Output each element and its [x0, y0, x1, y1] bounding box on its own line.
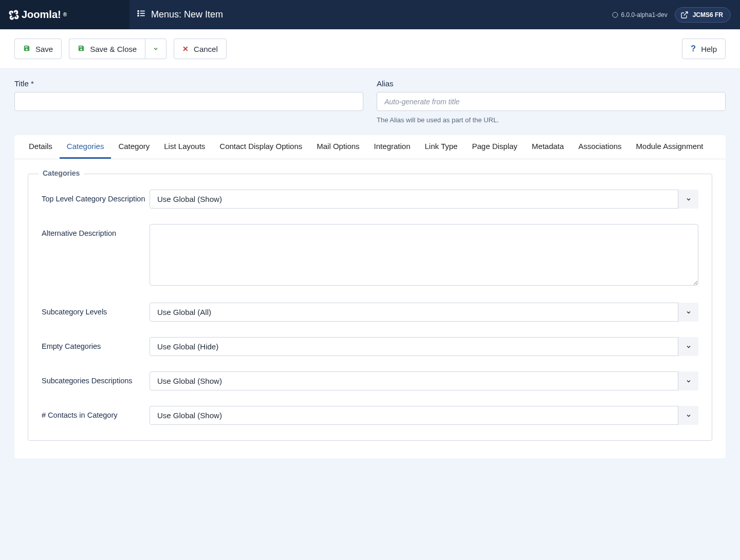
tab-categories[interactable]: Categories	[60, 135, 112, 159]
sub-desc-select[interactable]: Use Global (Show)	[150, 371, 698, 390]
help-icon: ?	[691, 44, 696, 53]
page-title: Menus: New Item	[151, 9, 223, 20]
svg-point-4	[138, 13, 139, 14]
svg-line-7	[683, 12, 687, 15]
field-label-sub-levels: Subcategory Levels	[42, 303, 150, 316]
sub-levels-select[interactable]: Use Global (All)	[150, 303, 698, 322]
tab-panel: DetailsCategoriesCategoryList LayoutsCon…	[14, 135, 726, 458]
cancel-icon: ✕	[182, 45, 189, 53]
svg-point-3	[138, 11, 139, 12]
tab-integration[interactable]: Integration	[367, 135, 418, 159]
save-close-group: Save & Close	[69, 39, 166, 59]
user-menu[interactable]: JCMS6 FR	[675, 7, 731, 23]
brand-text: Joomla!	[22, 9, 61, 21]
field-label-alt-desc: Alternative Description	[42, 224, 150, 237]
save-close-dropdown[interactable]	[145, 39, 166, 59]
cancel-button[interactable]: ✕ Cancel	[174, 39, 227, 59]
tab-module-assignment[interactable]: Module Assignment	[629, 135, 711, 159]
svg-point-6	[613, 12, 618, 17]
joomla-logo: Joomla!®	[8, 9, 67, 21]
title-label: Title *	[14, 79, 363, 88]
joomla-icon	[612, 12, 618, 18]
user-label: JCMS6 FR	[693, 11, 723, 18]
count-select[interactable]: Use Global (Show)	[150, 406, 698, 425]
categories-fieldset: Categories Top Level Category Descriptio…	[28, 174, 712, 441]
field-label-top-level: Top Level Category Description	[42, 190, 150, 203]
save-icon	[78, 45, 85, 53]
tab-contact-display-options[interactable]: Contact Display Options	[212, 135, 309, 159]
alias-hint: The Alias will be used as part of the UR…	[377, 116, 726, 124]
tab-link-type[interactable]: Link Type	[418, 135, 465, 159]
version-badge: 6.0.0-alpha1-dev	[612, 11, 668, 18]
brand-area: Joomla!®	[0, 0, 130, 29]
tab-list-layouts[interactable]: List Layouts	[157, 135, 212, 159]
save-button[interactable]: Save	[14, 39, 62, 59]
tab-strip: DetailsCategoriesCategoryList LayoutsCon…	[14, 135, 726, 159]
alias-input[interactable]	[377, 92, 726, 111]
tab-mail-options[interactable]: Mail Options	[309, 135, 366, 159]
app-header: Joomla!® Menus: New Item 6.0.0-alpha1-de…	[0, 0, 740, 29]
help-button[interactable]: ? Help	[682, 39, 726, 59]
top-level-select[interactable]: Use Global (Show)	[150, 190, 698, 209]
action-toolbar: Save Save & Close ✕ Cancel ? Help	[0, 29, 740, 69]
list-icon	[137, 9, 146, 21]
save-close-button[interactable]: Save & Close	[69, 39, 145, 59]
tab-details[interactable]: Details	[22, 135, 60, 159]
field-label-sub-desc: Subcategories Descriptions	[42, 371, 150, 385]
title-input[interactable]	[14, 92, 363, 111]
field-label-empty: Empty Categories	[42, 337, 150, 350]
tab-category[interactable]: Category	[111, 135, 157, 159]
fieldset-legend: Categories	[39, 169, 84, 177]
tab-page-display[interactable]: Page Display	[465, 135, 524, 159]
field-label-count: # Contacts in Category	[42, 406, 150, 419]
save-icon	[23, 45, 30, 53]
chevron-down-icon	[153, 46, 159, 52]
tab-metadata[interactable]: Metadata	[525, 135, 571, 159]
svg-point-5	[138, 15, 139, 16]
empty-categories-select[interactable]: Use Global (Hide)	[150, 337, 698, 356]
tab-associations[interactable]: Associations	[571, 135, 628, 159]
alias-label: Alias	[377, 79, 726, 88]
alt-desc-textarea[interactable]	[150, 224, 698, 286]
external-link-icon	[680, 11, 689, 19]
